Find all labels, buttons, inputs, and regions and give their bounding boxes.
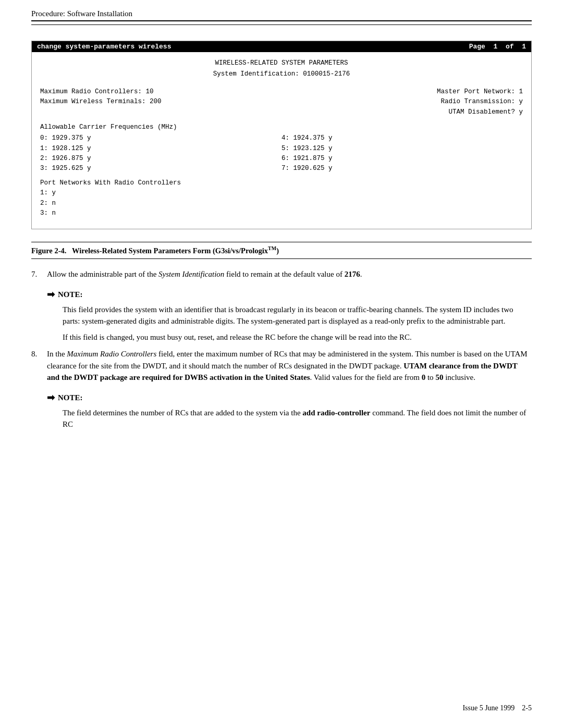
note-body-1: This field provides the system with an i… <box>63 304 532 343</box>
val-0-bold: 0 <box>422 373 426 381</box>
port-net-3: 3: n <box>40 208 523 218</box>
screen-params-row1: Maximum Radio Controllers: 10 Master Por… <box>40 87 523 97</box>
freq-grid: 0: 1929.375 y 1: 1928.125 y 2: 1926.875 … <box>40 133 523 174</box>
step-8-text: In the Maximum Radio Controllers field, … <box>47 348 532 384</box>
header-section: Procedure: Software Installation <box>0 0 563 18</box>
screen-header-bar: change system-parameters wireless Page 1… <box>32 41 531 52</box>
freq-row-0: 0: 1929.375 y <box>40 133 282 143</box>
note-header-1: ➡ NOTE: <box>47 288 532 302</box>
header-rule-thin <box>31 24 532 25</box>
step-7-number: 7. <box>31 268 47 280</box>
footer-issue: Issue 5 June 1999 <box>462 704 515 712</box>
max-wireless-line: Maximum Wireless Terminals: 200 <box>40 97 162 107</box>
freq-row-4: 4: 1924.375 y <box>282 133 523 143</box>
step-8-number: 8. <box>31 348 47 360</box>
port-networks-list: 1: y 2: n 3: n <box>40 188 523 218</box>
trademark-sup: TM <box>268 245 276 251</box>
screen-form-box: change system-parameters wireless Page 1… <box>31 41 532 229</box>
screen-content: WIRELESS-RELATED SYSTEM PARAMETERS Syste… <box>32 52 531 229</box>
step-8: 8. In the Maximum Radio Controllers fiel… <box>31 348 532 384</box>
freq-row-2: 2: 1926.875 y <box>40 154 282 164</box>
screen-title2: System Identification: 0100015-2176 <box>40 69 523 79</box>
header-rule-thick <box>31 20 532 21</box>
value-2176: 2176 <box>345 270 360 278</box>
freq-row-3: 3: 1925.625 y <box>40 164 282 174</box>
page-container: Procedure: Software Installation change … <box>0 0 563 728</box>
freq-row-6: 6: 1921.875 y <box>282 154 523 164</box>
port-net-2: 2: n <box>40 199 523 208</box>
max-radio-line: Maximum Radio Controllers: 10 <box>40 87 154 97</box>
port-networks-label: Port Networks With Radio Controllers <box>40 178 523 188</box>
freq-left: 0: 1929.375 y 1: 1928.125 y 2: 1926.875 … <box>40 133 282 174</box>
master-port-line: Master Port Network: 1 <box>437 87 523 97</box>
main-content: 7. Allow the administrable part of the S… <box>31 268 532 430</box>
note-block-1: ➡ NOTE: This field provides the system w… <box>47 288 532 343</box>
port-net-1: 1: y <box>40 188 523 198</box>
add-radio-cmd-bold: add radio-controller <box>302 409 370 417</box>
figure-label: Figure 2-4. Wireless-Related System Para… <box>31 246 279 255</box>
figure-section: Figure 2-4. Wireless-Related System Para… <box>31 242 532 259</box>
freq-row-5: 5: 1923.125 y <box>282 144 523 154</box>
note-label-2: NOTE: <box>58 392 83 404</box>
max-radio-italic: Maximum Radio Controllers <box>67 350 156 358</box>
note-1-para-1: This field provides the system with an i… <box>63 304 532 327</box>
note-arrow-icon-1: ➡ <box>47 288 55 302</box>
freq-row-1: 1: 1928.125 y <box>40 144 282 154</box>
system-id-italic: System Identification <box>158 270 224 278</box>
note-body-2: The field determines the number of RCs t… <box>63 407 532 430</box>
freq-row-7: 7: 1920.625 y <box>282 164 523 174</box>
screen-params-row2: Maximum Wireless Terminals: 200 Radio Tr… <box>40 97 523 107</box>
screen-page-info: Page 1 of 1 <box>469 43 526 51</box>
screen-title1: WIRELESS-RELATED SYSTEM PARAMETERS <box>40 58 523 68</box>
note-block-2: ➡ NOTE: The field determines the number … <box>47 391 532 430</box>
step-7-text: Allow the administrable part of the Syst… <box>47 268 532 280</box>
allowable-label: Allowable Carrier Frequencies (MHz) <box>40 122 523 132</box>
footer-section: Issue 5 June 1999 2-5 <box>462 704 532 712</box>
step-7: 7. Allow the administrable part of the S… <box>31 268 532 280</box>
screen-params-row3: UTAM Disablement? y <box>40 107 523 117</box>
radio-trans-line: Radio Transmission: y <box>440 97 523 107</box>
header-title: Procedure: Software Installation <box>31 9 532 18</box>
val-50-bold: 50 <box>435 373 443 381</box>
footer-page: 2-5 <box>522 704 532 712</box>
utam-clearance-bold: UTAM clearance from the DWDT and the DWD… <box>47 362 518 382</box>
screen-command: change system-parameters wireless <box>37 43 171 51</box>
note-2-para-1: The field determines the number of RCs t… <box>63 407 532 430</box>
utam-line: UTAM Disablement? y <box>448 107 523 117</box>
note-1-para-2: If this field is changed, you must busy … <box>63 331 532 343</box>
screen-params-section: Maximum Radio Controllers: 10 Master Por… <box>40 87 523 117</box>
note-header-2: ➡ NOTE: <box>47 391 532 405</box>
figure-caption: Figure 2-4. Wireless-Related System Para… <box>31 246 279 255</box>
note-arrow-icon-2: ➡ <box>47 391 55 405</box>
note-label-1: NOTE: <box>58 289 83 301</box>
freq-right: 4: 1924.375 y 5: 1923.125 y 6: 1921.875 … <box>282 133 523 174</box>
